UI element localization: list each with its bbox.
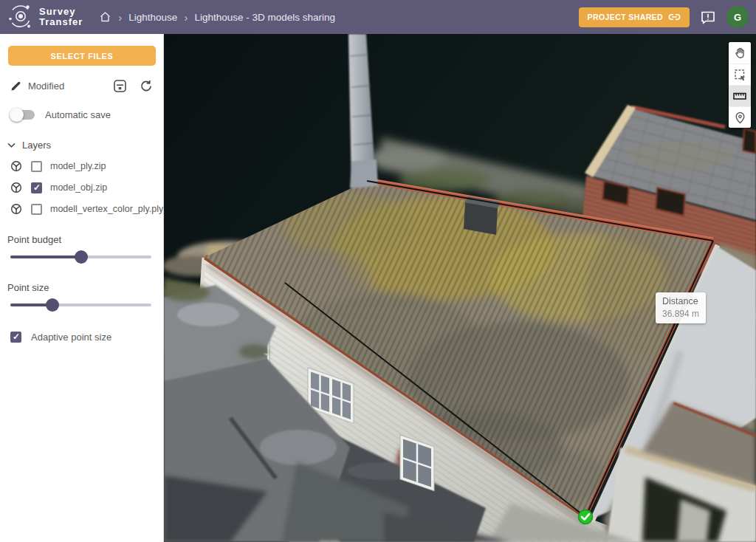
mesh-model-icon (10, 160, 22, 172)
feedback-button[interactable] (700, 10, 716, 25)
modified-status-row: Modified (10, 79, 153, 93)
point-size-label: Point size (7, 282, 163, 293)
save-icon (113, 79, 127, 93)
home-icon[interactable] (99, 11, 111, 23)
layer-checkbox[interactable] (31, 182, 42, 193)
adaptive-point-size-label: Adaptive point size (31, 332, 111, 343)
layer-row: modell_vertex_color_ply.ply (10, 203, 157, 215)
breadcrumb: › Lighthouse › Lighthouse - 3D models sh… (99, 11, 335, 24)
avatar-initial: G (734, 12, 741, 23)
toggle-knob (10, 108, 24, 122)
breadcrumb-separator: › (118, 11, 122, 24)
map-pin-icon (734, 111, 746, 125)
restore-button[interactable] (140, 80, 153, 93)
select-files-button[interactable]: SELECT FILES (8, 46, 156, 66)
app-window: Survey Transfer › Lighthouse › Lighthous… (0, 0, 756, 542)
user-avatar[interactable]: G (726, 6, 749, 28)
slider-thumb[interactable] (46, 298, 59, 312)
header-actions: PROJECT SHARED G (579, 6, 756, 28)
ruler-icon (732, 89, 747, 103)
link-icon (668, 12, 681, 22)
3d-viewport[interactable]: Distance 36.894 m (164, 34, 756, 542)
breadcrumb-item-project[interactable]: Lighthouse (128, 12, 177, 23)
adaptive-point-size-checkbox[interactable] (10, 332, 21, 343)
pencil-icon (10, 80, 21, 92)
restore-icon (140, 80, 153, 93)
measure-tool-button[interactable] (729, 85, 751, 106)
autosave-label: Automatic save (45, 109, 111, 120)
layer-label[interactable]: model_ply.zip (50, 161, 106, 171)
mesh-model-icon (10, 182, 22, 193)
orbit-logo-icon (7, 3, 34, 31)
layer-row: model_obj.zip (10, 182, 157, 193)
layer-checkbox[interactable] (31, 204, 42, 215)
autosave-toggle[interactable] (11, 110, 35, 120)
layers-section-header[interactable]: Layers (7, 140, 153, 151)
measurement-point-marker[interactable] (579, 510, 593, 524)
pan-tool-button[interactable] (729, 42, 751, 64)
point-size-slider[interactable] (10, 298, 151, 312)
hand-icon (733, 46, 746, 60)
feedback-bubble-icon (700, 10, 716, 25)
viewport-toolbar (729, 42, 751, 128)
point-budget-slider[interactable] (10, 250, 151, 264)
app-logo[interactable]: Survey Transfer (0, 3, 83, 31)
top-bar: Survey Transfer › Lighthouse › Lighthous… (0, 0, 756, 34)
save-button[interactable] (113, 79, 127, 93)
chevron-down-icon (7, 143, 16, 148)
adaptive-point-size-row: Adaptive point size (10, 332, 153, 343)
layer-label[interactable]: model_obj.zip (50, 182, 107, 193)
point-marker-tool-button[interactable] (729, 106, 751, 128)
slider-thumb[interactable] (75, 250, 88, 264)
chimney (464, 196, 501, 235)
slider-fill (10, 255, 81, 258)
layers-title: Layers (22, 140, 51, 151)
layer-checkbox[interactable] (31, 161, 42, 172)
marquee-select-icon (733, 68, 747, 82)
layer-row: model_ply.zip (10, 160, 157, 172)
autosave-row: Automatic save (11, 109, 153, 120)
project-shared-label: PROJECT SHARED (588, 13, 663, 21)
breadcrumb-item-page[interactable]: Lighthouse - 3D models sharing (194, 12, 335, 23)
point-budget-label: Point budget (7, 234, 163, 245)
left-panel: SELECT FILES Modified (0, 34, 164, 542)
modified-label: Modified (28, 80, 64, 92)
mesh-model-icon (10, 203, 22, 215)
layer-label[interactable]: modell_vertex_color_ply.ply (50, 204, 163, 214)
brand-name: Survey Transfer (39, 7, 83, 27)
rectangle-select-tool-button[interactable] (729, 64, 751, 85)
3d-scene[interactable] (164, 34, 756, 542)
breadcrumb-separator: › (184, 11, 188, 24)
project-shared-button[interactable]: PROJECT SHARED (579, 7, 690, 27)
